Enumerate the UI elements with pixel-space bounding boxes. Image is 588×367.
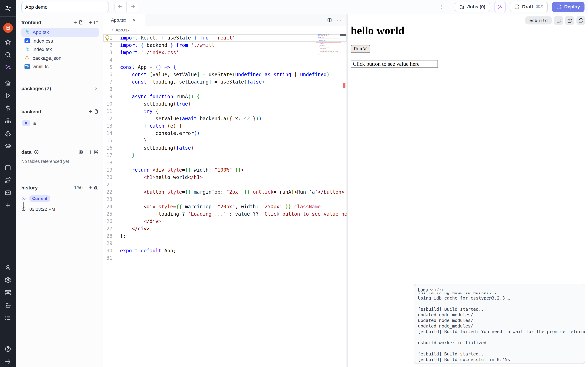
code-line[interactable]: 3import './index.css' [103,49,346,56]
add-backend-script-button[interactable] [88,109,99,114]
open-external-button[interactable] [565,16,574,25]
rail-item-flows[interactable] [3,176,13,184]
rail-item-schemas[interactable] [3,130,13,137]
editor-preview-splitter[interactable] [346,14,348,367]
file-item-index-css[interactable]: 3index.css [21,36,99,45]
breadcrumb[interactable]: App.tsx [103,26,346,33]
history-entry-1[interactable]: Current [21,195,99,201]
history-snapshot-button[interactable] [88,185,99,190]
editor-more-icon[interactable] [336,17,342,23]
logs-body[interactable]: Initializing esbuild worker...Using idb … [415,292,585,364]
rail-item-settings[interactable] [3,276,13,284]
code-line[interactable]: 17 } [103,152,346,159]
rail-item-messages[interactable] [3,189,13,196]
code-line[interactable]: 5const App = () => { [103,64,346,71]
rail-item-resources[interactable] [3,117,13,124]
rail-item-user[interactable] [3,264,13,271]
add-folder-button[interactable] [88,20,99,25]
code-line[interactable]: 25 {loading ? 'Loading ...' : value ?? '… [103,210,346,218]
backend-item-a[interactable]: aa [21,120,99,126]
code-line[interactable]: 13 } catch (e) { [103,122,346,130]
undo-button[interactable] [115,2,126,12]
redo-button[interactable] [126,2,138,12]
calendar-icon [5,164,11,171]
rail-item-schedules[interactable] [3,164,13,171]
inspect-element-button[interactable] [554,16,563,25]
rail-item-workers[interactable] [3,289,13,296]
preview-run-button[interactable]: Run 'a' [351,45,370,53]
chevron-down-icon[interactable] [429,288,433,292]
code-line[interactable]: 7 const [loading, setLoading] = useState… [103,78,346,86]
file-item-index-tsx[interactable]: index.tsx [21,45,99,54]
code-line[interactable]: 28}; [103,233,346,240]
rail-item-ai-assistant[interactable] [3,64,13,71]
workers-icon [5,289,11,296]
rail-item-variables[interactable] [3,105,13,111]
add-database-button[interactable] [88,150,99,154]
rail-item-help[interactable] [3,345,13,352]
code-line[interactable]: 23 [103,196,346,203]
code-line[interactable]: 10 setLoading(true) [103,100,346,108]
info-icon [34,150,39,154]
code-area[interactable]: 1import React, { useState } from 'react'… [103,33,346,367]
packages-expand-button[interactable] [94,86,99,91]
code-line[interactable]: 21 [103,181,346,188]
deploy-button[interactable]: Deploy [552,1,585,12]
rail-item-collapse[interactable] [3,358,13,365]
code-line[interactable]: 8 [103,86,346,93]
rail-item-runs[interactable] [3,92,13,99]
ai-wand-button[interactable] [494,1,506,12]
rail-item-academy[interactable] [3,142,13,149]
code-line[interactable]: 11 try { [103,108,346,115]
refresh-button[interactable] [576,16,585,25]
code-line[interactable]: 31 [103,254,346,262]
code-line[interactable]: 27 </div>; [103,225,346,233]
data-settings-button[interactable] [78,150,83,154]
code-line[interactable]: 15 } [103,137,346,144]
scrollbar-thumb[interactable] [340,34,346,36]
code-line[interactable]: 6 const [value, setValue] = useState(und… [103,71,346,78]
rail-item-workspace[interactable] [3,23,13,33]
code-line[interactable]: 20 <h1>hello world</h1> [103,174,346,181]
code-line[interactable]: 12 setValue(await backend.a({ x: 42 })) [103,115,346,122]
file-item-app-tsx[interactable]: App.tsx [21,28,99,36]
windmill-logo-icon[interactable] [0,0,16,17]
file-item-package-json[interactable]: { }package.json [21,54,99,62]
logs-title[interactable]: Logs [418,287,428,292]
file-item-wmill-ts[interactable]: TSwmill.ts [21,62,99,71]
code-line[interactable]: 22 <button style={{ marginTop: "2px" }} … [103,188,346,196]
rail-item-audit-logs[interactable] [3,314,13,321]
app-name-input[interactable] [21,1,109,12]
close-tab-icon[interactable] [132,18,136,22]
code-line[interactable]: 26 </div> [103,218,346,225]
code-line[interactable]: 14 console.error() [103,130,346,137]
code-line[interactable]: 24 <div style={{ marginTop: "20px", widt… [103,203,346,210]
tab-app-tsx[interactable]: App.tsx [103,14,145,26]
add-file-button[interactable] [73,20,83,25]
history-current-badge[interactable]: Current [29,195,50,201]
plus-icon [88,20,93,25]
data-info-icon[interactable] [34,150,39,154]
minimap[interactable]: 1import React, { useState } from 'react'… [316,34,341,118]
log-line: updated node_modules/ [418,318,581,323]
draft-button[interactable]: Draft ⌘S [510,1,548,12]
code-line[interactable]: 16 setLoading(false) [103,144,346,152]
rail-item-home[interactable] [3,79,13,86]
code-line[interactable]: 18 [103,159,346,166]
code-line[interactable]: 1import React, { useState } from 'react' [103,34,346,42]
rail-item-create[interactable] [3,202,13,209]
jobs-button[interactable]: Jobs (0) [455,1,490,12]
history-entry-2[interactable]: 03:23:22 PM [21,206,99,212]
rail-item-search[interactable] [3,51,13,58]
code-line[interactable]: 30export default App; [103,247,346,254]
split-panel-icon[interactable] [327,17,332,23]
more-menu-button[interactable] [438,3,446,11]
code-line[interactable]: 2import { backend } from './wmill' [103,42,346,49]
rail-item-favorites[interactable] [3,38,13,45]
code-line[interactable]: 9 async function runA() { [103,93,346,100]
rail-item-folders[interactable] [3,302,13,309]
code-line[interactable]: 29 [103,240,346,247]
wand-sparkles-icon [497,4,503,9]
code-line[interactable]: 4 [103,56,346,64]
code-line[interactable]: 19 return <div style={{ width: "100%" }}… [103,166,346,174]
